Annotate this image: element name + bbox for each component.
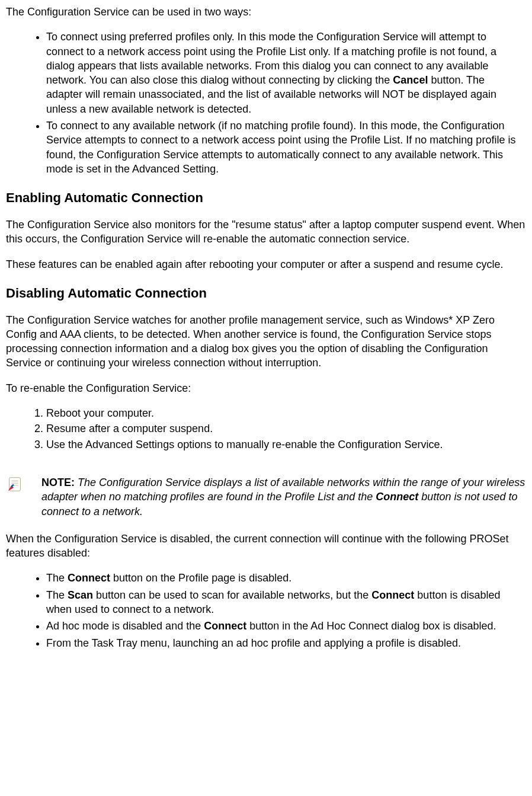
text: To connect to any available network (if … xyxy=(46,120,515,175)
disabled-features-list: The Connect button on the Profile page i… xyxy=(30,571,526,650)
disabling-heading: Disabling Automatic Connection xyxy=(6,284,526,302)
enabling-paragraph-2: These features can be enabled again afte… xyxy=(6,257,526,271)
text: button in the Ad Hoc Connect dialog box … xyxy=(246,620,496,632)
list-item: The Connect button on the Profile page i… xyxy=(46,571,520,585)
enabling-paragraph-1: The Configuration Service also monitors … xyxy=(6,218,526,247)
intro-paragraph: The Configuration Service can be used in… xyxy=(6,5,526,19)
reenable-steps: Reboot your computer. Resume after a com… xyxy=(30,406,526,452)
enabling-heading: Enabling Automatic Connection xyxy=(6,189,526,207)
text: The xyxy=(46,589,68,601)
list-item: From the Task Tray menu, launching an ad… xyxy=(46,636,520,650)
bold-text: Scan xyxy=(68,589,93,601)
disabled-intro: When the Configuration Service is disabl… xyxy=(6,532,526,561)
bold-text: Connect xyxy=(371,589,414,601)
list-item: The Scan button can be used to scan for … xyxy=(46,588,520,617)
text: Ad hoc mode is disabled and the xyxy=(46,620,204,632)
bold-text: Connect xyxy=(204,620,246,632)
text: The xyxy=(46,572,68,584)
list-item: To connect using preferred profiles only… xyxy=(46,30,520,116)
note-block: NOTE: The Configuration Service displays… xyxy=(6,475,526,519)
note-icon xyxy=(6,475,24,493)
modes-list: To connect using preferred profiles only… xyxy=(30,30,526,176)
disabling-paragraph-1: The Configuration Service watches for an… xyxy=(6,313,526,370)
bold-text: Cancel xyxy=(393,74,428,86)
text: button can be used to scan for available… xyxy=(93,589,371,601)
list-item: Reboot your computer. xyxy=(46,406,526,420)
text: button on the Profile page is disabled. xyxy=(110,572,291,584)
note-body: NOTE: The Configuration Service displays… xyxy=(41,475,526,519)
list-item: To connect to any available network (if … xyxy=(46,119,520,176)
note-icon-cell xyxy=(6,475,41,497)
bold-text: Connect xyxy=(68,572,110,584)
list-item: Use the Advanced Settings options to man… xyxy=(46,437,526,452)
list-item: Ad hoc mode is disabled and the Connect … xyxy=(46,619,520,633)
list-item: Resume after a computer suspend. xyxy=(46,421,526,436)
reenable-intro: To re-enable the Configuration Service: xyxy=(6,381,526,395)
text: From the Task Tray menu, launching an ad… xyxy=(46,637,461,649)
note-bold: Connect xyxy=(376,491,418,503)
note-label: NOTE: xyxy=(41,477,75,488)
